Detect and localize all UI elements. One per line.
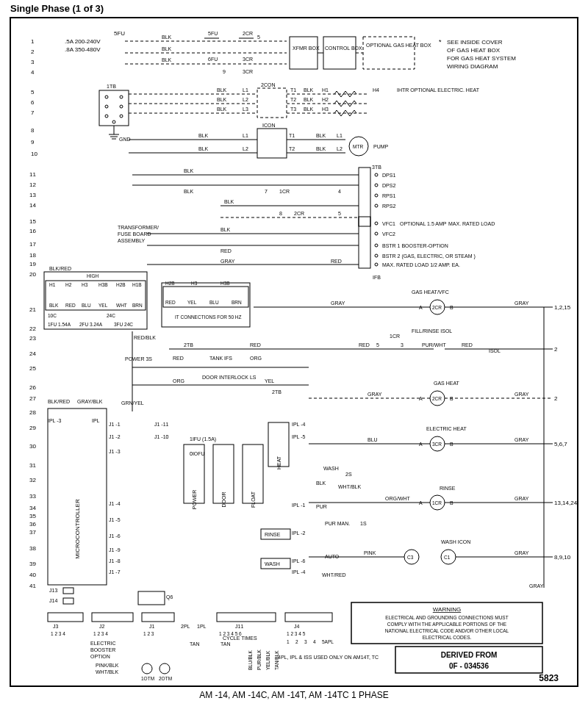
svg-text:3: 3: [304, 639, 307, 644]
svg-text:8,9,10: 8,9,10: [554, 554, 571, 561]
svg-text:1IFU (1.5A): 1IFU (1.5A): [190, 436, 216, 442]
svg-text:2OTM: 2OTM: [159, 676, 172, 681]
svg-text:13,14,24: 13,14,24: [554, 500, 578, 506]
svg-text:3CR: 3CR: [432, 442, 442, 447]
svg-text:PUR/BLK: PUR/BLK: [257, 649, 262, 670]
svg-text:11: 11: [29, 171, 36, 178]
svg-text:L2: L2: [243, 97, 248, 102]
bottom-connectors: J3 1 2 3 4 J2 1 2 3 4 J1 1 2 3 J11 1 2 3…: [48, 613, 379, 681]
svg-text:RED: RED: [462, 342, 473, 348]
svg-text:CONTROL BOX: CONTROL BOX: [325, 46, 362, 51]
wiring-diagram: Single Phase (1 of 3) AM -14, AM -14C, A…: [0, 0, 588, 709]
svg-text:BLK: BLK: [162, 46, 172, 51]
svg-text:2CR: 2CR: [243, 31, 253, 36]
svg-text:RED: RED: [165, 300, 176, 305]
svg-text:BLK: BLK: [304, 87, 314, 93]
svg-text:L1: L1: [243, 133, 248, 138]
svg-point-157: [375, 244, 378, 247]
svg-text:GRAY: GRAY: [514, 496, 529, 501]
svg-point-72: [120, 96, 123, 98]
svg-text:35: 35: [29, 513, 36, 519]
svg-text:BLK: BLK: [304, 97, 314, 102]
svg-text:PUMP: PUMP: [373, 144, 389, 149]
svg-text:ORG: ORG: [173, 378, 184, 384]
svg-text:RED: RED: [331, 259, 342, 264]
svg-text:BLK: BLK: [49, 303, 59, 308]
svg-text:BLK: BLK: [224, 199, 234, 204]
svg-point-129: [375, 173, 378, 176]
svg-text:BLK: BLK: [217, 87, 227, 93]
svg-text:PUR: PUR: [316, 504, 327, 509]
svg-text:ORG/WHT: ORG/WHT: [385, 496, 411, 501]
svg-text:OF GAS HEAT BOX: OF GAS HEAT BOX: [447, 47, 501, 54]
svg-text:33: 33: [29, 493, 36, 500]
svg-text:3CR: 3CR: [243, 69, 253, 74]
svg-text:H1B: H1B: [132, 282, 142, 287]
svg-text:1S: 1S: [360, 521, 367, 526]
svg-text:GRAY: GRAY: [529, 583, 544, 589]
svg-text:WHT/RED: WHT/RED: [322, 572, 346, 577]
svg-text:GRAY/BLK: GRAY/BLK: [77, 399, 103, 404]
svg-text:HEAT: HEAT: [276, 456, 282, 469]
svg-text:H2B: H2B: [116, 282, 126, 287]
svg-text:GRAY: GRAY: [368, 392, 382, 397]
svg-text:BLK: BLK: [198, 146, 209, 151]
svg-text:ICON: ICON: [262, 123, 276, 128]
svg-text:H2: H2: [322, 97, 329, 102]
svg-text:RPS2: RPS2: [382, 204, 395, 209]
svg-point-159: [375, 254, 378, 257]
svg-text:30: 30: [29, 443, 36, 450]
svg-text:24C: 24C: [107, 313, 115, 318]
svg-rect-63: [323, 37, 356, 69]
svg-text:31: 31: [29, 462, 36, 469]
svg-text:T3: T3: [290, 107, 296, 112]
icon-motor: ICON BLK BLK L1 L2 T1 T2 BLK BLK L1 L2 M…: [129, 123, 389, 158]
svg-text:J1 -8: J1 -8: [109, 558, 121, 564]
svg-rect-195: [162, 283, 250, 327]
svg-text:L2: L2: [243, 146, 248, 151]
svg-text:GRAY: GRAY: [220, 259, 235, 264]
svg-text:J1 -2: J1 -2: [109, 434, 121, 439]
svg-text:BLK: BLK: [316, 133, 326, 138]
svg-text:FLOAT: FLOAT: [251, 491, 256, 508]
svg-text:GRAY: GRAY: [514, 300, 529, 306]
svg-text:BLK: BLK: [184, 189, 194, 194]
svg-text:9: 9: [31, 139, 35, 145]
svg-text:TANK IFS: TANK IFS: [209, 356, 232, 361]
mcu-block: MICROCONTROLLER IPL -3 IPL BLK/RED GRAY/…: [48, 399, 367, 605]
svg-text:PUR MAN.: PUR MAN.: [325, 521, 350, 526]
svg-text:RPS1: RPS1: [382, 193, 395, 198]
svg-text:WHT: WHT: [116, 303, 127, 308]
svg-rect-65: [363, 37, 415, 69]
svg-text:37: 37: [29, 529, 36, 536]
svg-text:1CR: 1CR: [390, 334, 400, 339]
svg-text:2PL: 2PL: [181, 624, 190, 629]
svg-text:HIGH: HIGH: [87, 273, 99, 278]
transformer-assembly: TRANSFORMER/ FUSE BOARD ASSEMBLY HIGH H1…: [44, 225, 159, 329]
svg-text:BLK: BLK: [162, 35, 172, 40]
svg-text:H3: H3: [322, 107, 329, 112]
rating-5fu: 5FU: [114, 30, 125, 37]
svg-text:J3: J3: [53, 624, 59, 629]
svg-text:2: 2: [554, 395, 558, 402]
svg-text:RINSE: RINSE: [265, 532, 281, 537]
svg-text:BSTR 1 BOOSTER-OPTION: BSTR 1 BOOSTER-OPTION: [382, 243, 448, 248]
svg-text:3: 3: [401, 342, 404, 348]
svg-text:IFB: IFB: [373, 275, 381, 280]
svg-text:GRAY: GRAY: [514, 437, 529, 442]
svg-text:1FU 1.54A: 1FU 1.54A: [48, 322, 71, 327]
svg-text:J4: J4: [294, 624, 300, 629]
svg-text:1 2 3 4: 1 2 3 4: [51, 631, 65, 636]
svg-text:BRN: BRN: [132, 303, 143, 308]
svg-text:RED: RED: [250, 342, 261, 348]
svg-text:BLU: BLU: [368, 437, 378, 442]
top-boxes: BLK 5FU 2CR BLK 6FU 3CR BLK 9 3CR 5 XFMR…: [125, 31, 431, 74]
svg-text:BLU/BLK: BLU/BLK: [248, 650, 253, 670]
svg-text:RED: RED: [359, 342, 370, 348]
svg-text:DPS1: DPS1: [382, 173, 395, 178]
svg-rect-61: [290, 37, 318, 69]
svg-text:J1 -4: J1 -4: [109, 501, 121, 506]
svg-text:6FU: 6FU: [208, 57, 218, 62]
svg-text:DOOR: DOOR: [221, 492, 226, 508]
svg-text:H3B: H3B: [220, 281, 230, 286]
